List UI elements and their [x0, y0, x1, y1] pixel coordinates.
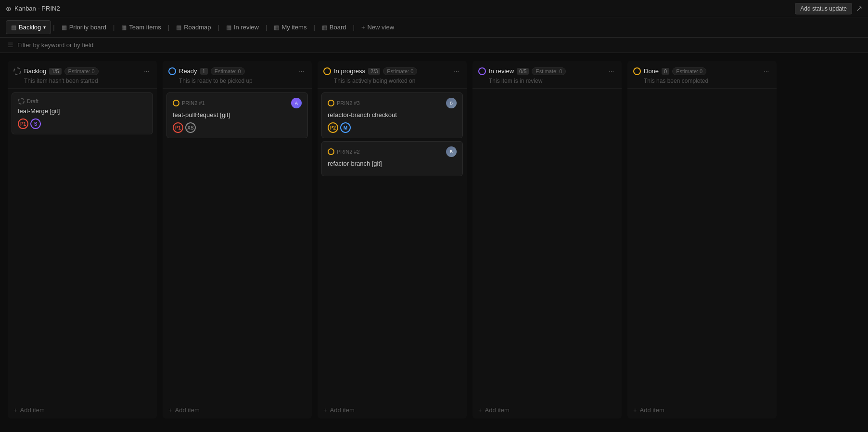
in-review-add-item[interactable]: + Add item — [472, 402, 622, 419]
backlog-add-icon: + — [13, 406, 17, 414]
in-progress-count: 2/3 — [368, 68, 380, 75]
prin2-1-title: feat-pullRequest [git] — [173, 111, 302, 118]
column-done: Done 0 Estimate: 0 ··· This has been com… — [627, 61, 777, 419]
nav-bar: ▦ Backlog ▾ | ▦ Priority board | ▦ Team … — [0, 17, 868, 38]
tab-roadmap[interactable]: ▦ Roadmap — [171, 21, 216, 34]
draft-tags: P1 S — [18, 118, 147, 129]
tab-new-view-plus: + — [361, 24, 365, 31]
ready-count: 1 — [200, 68, 208, 75]
nav-divider-6: | — [313, 24, 315, 31]
nav-divider-3: | — [168, 24, 169, 31]
nav-divider-5: | — [266, 24, 267, 31]
tab-my-items[interactable]: ▦ My items — [269, 21, 311, 34]
column-in-review-header: In review 0/5 Estimate: 0 ··· This item … — [472, 61, 622, 89]
backlog-more-button[interactable]: ··· — [142, 66, 151, 76]
prin2-3-tags: P2 M — [328, 122, 457, 133]
prin2-1-status-icon — [173, 100, 179, 106]
in-progress-cards-area: PRIN2 #3 B refactor-branch checkout P2 M… — [318, 89, 467, 402]
column-in-review: In review 0/5 Estimate: 0 ··· This item … — [472, 61, 622, 419]
column-done-header: Done 0 Estimate: 0 ··· This has been com… — [627, 61, 777, 89]
column-backlog-header: Backlog 1/5 Estimate: 0 ··· This item ha… — [8, 61, 157, 89]
top-bar-right: Add status update ↗ — [795, 3, 862, 14]
in-progress-more-button[interactable]: ··· — [452, 66, 461, 76]
ready-subtitle: This is ready to be picked up — [168, 78, 306, 84]
draft-label: Draft — [27, 98, 38, 104]
tab-roadmap-icon: ▦ — [176, 24, 181, 31]
column-in-progress-header: In progress 2/3 Estimate: 0 ··· This is … — [318, 61, 467, 89]
tab-new-view-label: New view — [367, 24, 394, 31]
filter-input[interactable] — [17, 41, 860, 49]
tag-m-inprog: M — [340, 122, 351, 133]
tab-team-items[interactable]: ▦ Team items — [116, 21, 166, 34]
backlog-estimate: Estimate: 0 — [64, 67, 99, 75]
prin2-2-title: refactor-branch [git] — [328, 160, 457, 167]
in-review-count: 0/5 — [517, 68, 529, 75]
nav-divider-7: | — [353, 24, 354, 31]
app-title: Kanban - PRIN2 — [14, 5, 60, 12]
backlog-add-item[interactable]: + Add item — [8, 402, 157, 419]
in-review-more-button[interactable]: ··· — [607, 66, 616, 76]
tab-in-review[interactable]: ▦ In review — [221, 21, 264, 34]
done-more-button[interactable]: ··· — [762, 66, 771, 76]
chart-icon[interactable]: ↗ — [856, 4, 862, 13]
tag-xs-ready: XS — [185, 122, 196, 133]
draft-status-icon — [18, 98, 25, 105]
ready-more-button[interactable]: ··· — [297, 66, 306, 76]
prin2-3-id: PRIN2 #3 — [337, 100, 360, 106]
in-progress-estimate: Estimate: 0 — [383, 67, 417, 75]
done-cards-area — [627, 89, 777, 402]
in-review-status-icon — [478, 67, 486, 75]
done-subtitle: This has been completed — [633, 78, 771, 84]
card-prin2-2[interactable]: PRIN2 #2 B refactor-branch [git] — [321, 141, 463, 176]
in-progress-column-name: In progress — [334, 67, 365, 75]
tab-my-items-label: My items — [281, 24, 306, 31]
backlog-add-label: Add item — [20, 406, 45, 414]
tab-team-items-icon: ▦ — [121, 24, 127, 31]
in-progress-add-item[interactable]: + Add item — [318, 402, 467, 419]
nav-divider-2: | — [113, 24, 115, 31]
card-prin2-3[interactable]: PRIN2 #3 B refactor-branch checkout P2 M — [321, 92, 463, 138]
tag-p1-ready: P1 — [173, 122, 183, 133]
tab-priority-board-icon: ▦ — [62, 24, 67, 31]
card-prin2-1[interactable]: PRIN2 #1 A feat-pullRequest [git] P1 XS — [166, 92, 308, 138]
in-review-estimate: Estimate: 0 — [532, 67, 566, 75]
in-review-subtitle: This item is in review — [478, 78, 616, 84]
tab-backlog-icon: ▦ — [11, 24, 16, 31]
done-column-name: Done — [644, 67, 659, 75]
board: Backlog 1/5 Estimate: 0 ··· This item ha… — [0, 53, 868, 426]
prin2-1-avatar: A — [291, 98, 302, 108]
prin2-2-id: PRIN2 #2 — [337, 149, 360, 155]
tab-new-view[interactable]: + New view — [357, 21, 399, 34]
backlog-subtitle: This item hasn't been started — [13, 78, 151, 84]
card-draft[interactable]: Draft feat-Merge [git] P1 S — [12, 92, 153, 134]
in-review-cards-area — [472, 89, 622, 402]
prin2-3-title: refactor-branch checkout — [328, 111, 457, 118]
done-add-item[interactable]: + Add item — [627, 402, 777, 419]
done-status-icon — [633, 67, 641, 75]
column-in-progress: In progress 2/3 Estimate: 0 ··· This is … — [318, 61, 467, 419]
backlog-column-name: Backlog — [24, 67, 46, 75]
backlog-count: 1/5 — [49, 68, 61, 75]
filter-bar: ☰ — [0, 38, 868, 53]
tab-team-items-label: Team items — [129, 24, 161, 31]
done-count: 0 — [662, 68, 669, 75]
prin2-2-avatar: B — [446, 146, 457, 157]
ready-add-item[interactable]: + Add item — [163, 402, 312, 419]
draft-title: feat-Merge [git] — [18, 107, 147, 115]
ready-column-name: Ready — [179, 67, 197, 75]
tab-board[interactable]: ▦ Board — [317, 21, 351, 34]
in-progress-add-icon: + — [323, 406, 327, 414]
in-progress-status-icon — [323, 67, 331, 75]
ready-status-icon — [168, 67, 176, 75]
tab-priority-board[interactable]: ▦ Priority board — [57, 21, 111, 34]
add-status-button[interactable]: Add status update — [795, 3, 852, 14]
tab-backlog[interactable]: ▦ Backlog ▾ — [6, 20, 51, 34]
tab-backlog-label: Backlog — [19, 24, 41, 31]
done-add-label: Add item — [640, 406, 664, 414]
tab-backlog-dropdown[interactable]: ▾ — [43, 25, 46, 30]
column-ready-header: Ready 1 Estimate: 0 ··· This is ready to… — [163, 61, 312, 89]
column-backlog: Backlog 1/5 Estimate: 0 ··· This item ha… — [8, 61, 157, 419]
in-progress-add-label: Add item — [330, 406, 355, 414]
tag-p2-inprog: P2 — [328, 122, 338, 133]
column-ready: Ready 1 Estimate: 0 ··· This is ready to… — [163, 61, 312, 419]
